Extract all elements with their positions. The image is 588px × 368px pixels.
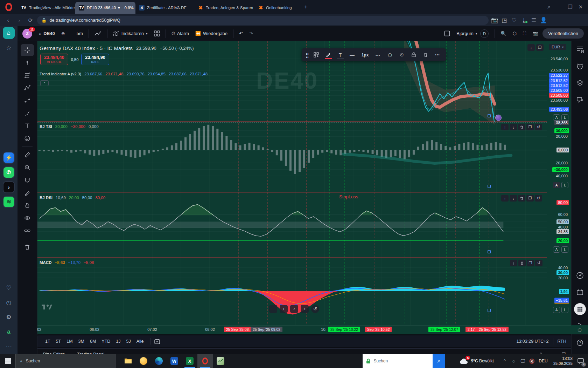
panels-icon[interactable]: ☰ — [530, 17, 538, 23]
screenshot-camera-icon[interactable]: 📷 — [529, 28, 541, 39]
chat-icon[interactable] — [574, 94, 586, 106]
log-scale-button[interactable]: L — [561, 114, 568, 121]
drag-handle-icon[interactable]: ⣿ — [304, 50, 310, 60]
maximize-pane-icon[interactable]: ❐ — [527, 260, 534, 266]
text-tool-icon[interactable] — [21, 120, 34, 132]
aria-ai-icon[interactable]: a — [3, 326, 15, 338]
range-6m[interactable]: 6M — [87, 338, 99, 345]
taskbar-search-input[interactable]: ⌕ Suchen — [15, 354, 115, 368]
drawing-handle[interactable] — [488, 114, 491, 117]
macd-pane-legend[interactable]: MACD −8,63 −13,70 −5,08 — [40, 260, 94, 265]
layout-templates-icon[interactable] — [151, 28, 163, 39]
browser-tab[interactable]: ✖ Traden, Anlegen & Sparen — [194, 2, 254, 14]
layout-name-button[interactable]: Bjorgum ▾ — [453, 28, 480, 39]
publish-button[interactable]: Veröffentlichen — [542, 28, 584, 39]
color-pencil-icon[interactable] — [323, 50, 334, 60]
symbol-search[interactable]: ⌕ DE40 — [36, 28, 58, 39]
delete-pane-icon[interactable] — [518, 124, 525, 130]
opera-taskbar-icon[interactable] — [197, 354, 213, 368]
remove-drawings-trash-icon[interactable] — [21, 241, 34, 253]
cloud-save-badge[interactable]: D — [480, 29, 489, 38]
auto-scale-button[interactable]: A — [553, 246, 560, 253]
likes-heart-icon[interactable]: ♡ — [3, 282, 15, 294]
bookmarks-star-icon[interactable]: ☆ — [3, 42, 15, 54]
magnet-tool-icon[interactable] — [21, 174, 34, 186]
reset-pane-icon[interactable]: ↺ — [535, 260, 542, 266]
home-icon[interactable]: ⌂ — [3, 27, 15, 39]
reload-icon[interactable]: ⟳ — [26, 17, 35, 23]
browser-tab[interactable]: TV TradingView - Alle Märkte — [18, 2, 75, 14]
object-tree-layers-icon[interactable] — [574, 77, 586, 89]
reset-pane-icon[interactable]: ↺ — [535, 124, 542, 130]
notification-center-icon[interactable]: 4 — [576, 354, 585, 368]
new-tab-button[interactable]: + — [304, 4, 308, 11]
auto-scale-button[interactable]: A — [553, 114, 560, 121]
ruler-tool-icon[interactable] — [21, 149, 34, 161]
price-axis[interactable]: EUR▾ 23.540,0023.530,0023.522,2723.512,5… — [547, 41, 571, 325]
range-3m[interactable]: 3M — [76, 338, 87, 345]
maximize-window-button[interactable]: ❐ — [566, 4, 575, 10]
time-axis[interactable]: 0206:0207:0208:0210:25 Sep '25 08:25 Sep… — [37, 325, 571, 334]
maximize-pane-icon[interactable]: ❐ — [536, 44, 544, 51]
drawing-handle[interactable] — [488, 250, 491, 253]
scroll-down-price-icon[interactable]: ↓ — [527, 44, 535, 51]
browser-tab[interactable]: A Zertifikate - ARIVA.DE — [135, 2, 194, 14]
forward-icon[interactable]: › — [15, 17, 24, 23]
alarm-button[interactable]: ⏱ Alarm — [168, 28, 192, 39]
tray-volume-muted-icon[interactable]: 🔇 — [527, 354, 537, 368]
chart-settings-gear-icon[interactable]: ⬡ — [510, 28, 520, 39]
help-icon[interactable]: ? — [574, 337, 586, 349]
messenger-icon[interactable]: ⚡ — [3, 152, 15, 164]
tiktok-icon[interactable]: ♪ — [3, 181, 15, 193]
move-pane-up-icon[interactable]: ↑ — [501, 195, 509, 202]
settings-gear-icon[interactable]: ⬡ — [384, 50, 396, 60]
axis-settings-gear-icon[interactable]: ⬡ — [578, 327, 581, 333]
line-width-button[interactable]: 1px — [358, 50, 372, 60]
keyboard-language[interactable]: DEU — [537, 354, 550, 368]
search-icon[interactable]: ⌕ — [545, 4, 554, 10]
settings-gear-icon[interactable]: ⚙ — [3, 311, 15, 323]
tradingview-logo[interactable] — [42, 303, 52, 310]
delete-pane-icon[interactable] — [518, 195, 525, 202]
more-options-icon[interactable]: ••• — [432, 50, 443, 60]
messenger-app-icon[interactable] — [136, 354, 151, 368]
buy-button[interactable]: 23.484,90 KAUF — [81, 54, 109, 65]
more-options-icon[interactable]: ⋯ — [3, 341, 15, 353]
replay-button[interactable]: ⏪ Wiedergabe — [192, 28, 231, 39]
rsi-pane-legend[interactable]: BJ RSI 10,69 20,00 50,00 80,00 — [40, 196, 105, 200]
tsi-pane-legend[interactable]: BJ TSI 30,000 −30,000 0,000 — [40, 124, 99, 129]
move-pane-down-icon[interactable]: ↓ — [510, 195, 517, 202]
fib-lines-tool-icon[interactable] — [21, 69, 34, 81]
zoom-tool-icon[interactable] — [21, 162, 34, 173]
template-icon[interactable] — [311, 50, 322, 60]
drawing-author-avatar[interactable] — [495, 115, 502, 121]
trendline-tool-icon[interactable] — [21, 57, 34, 69]
layout-select-icon[interactable] — [441, 28, 453, 39]
range-1d[interactable]: 1T — [42, 338, 53, 345]
chart-type-icon[interactable] — [91, 28, 105, 39]
range-ytd[interactable]: YTD — [99, 338, 113, 345]
indicators-button[interactable]: Indikatoren ▾ — [110, 28, 151, 39]
opera-menu-button[interactable] — [0, 3, 18, 11]
user-avatar[interactable]: Z 11 — [22, 29, 32, 39]
watchlist-icon[interactable] — [574, 43, 586, 55]
whatsapp-icon[interactable]: ✆ — [3, 166, 15, 178]
brush-tool-icon[interactable] — [21, 107, 34, 119]
log-scale-button[interactable]: L — [561, 182, 568, 188]
reset-view-button[interactable]: ↺ — [311, 305, 319, 313]
apps-grid-icon[interactable] — [574, 303, 586, 315]
browser-tab-active[interactable]: TV DE40 23.486,40 ▼ −0.9% — [75, 2, 135, 14]
lock-drawings-icon[interactable] — [21, 199, 34, 211]
range-5d[interactable]: 5T — [53, 338, 64, 345]
range-5y[interactable]: 5J — [124, 338, 134, 345]
move-pane-up-icon[interactable]: ↑ — [501, 124, 509, 130]
snapshot-icon[interactable]: 📷 — [491, 17, 498, 23]
file-explorer-icon[interactable] — [120, 354, 136, 368]
collapse-legend-button[interactable]: ⌃ — [40, 80, 49, 86]
indicator-name[interactable]: Trend Indicator A (v2.3) — [40, 72, 81, 76]
symbol-title[interactable]: Germany DAX 40 Index · 5 · IC Markets — [40, 45, 133, 51]
auto-scale-button[interactable]: A — [553, 307, 560, 313]
downloads-icon[interactable]: ⭳ — [520, 17, 528, 23]
emoji-tool-icon[interactable] — [21, 132, 34, 144]
xabcd-pattern-tool-icon[interactable] — [21, 82, 34, 94]
